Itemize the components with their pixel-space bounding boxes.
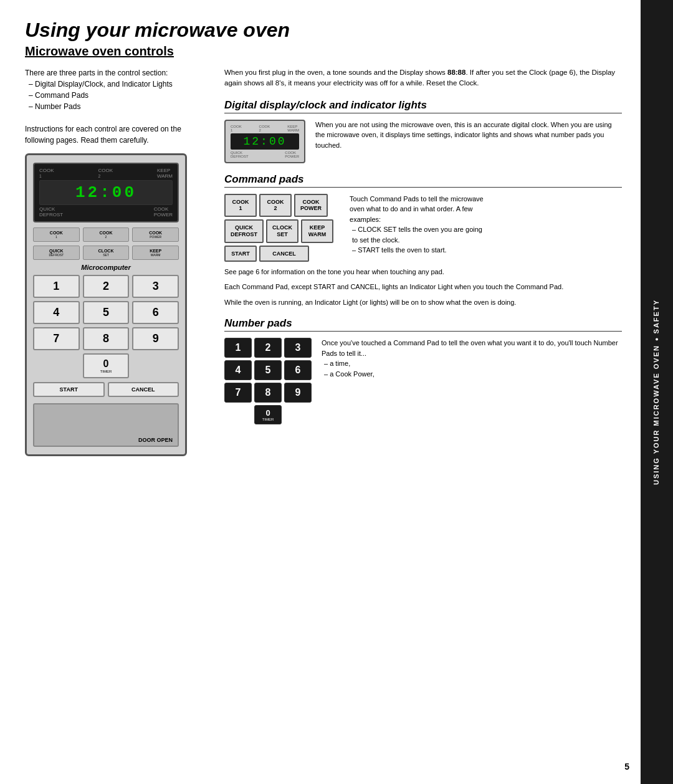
- cmd-grid: COOK1 COOK2 COOKPOWER QUICKDEFROST CLOCK…: [224, 194, 333, 262]
- cmd-btn-quickdefrost[interactable]: QUICKDEFROST: [224, 219, 264, 243]
- cmd-cancel-btn[interactable]: CANCEL: [259, 246, 309, 262]
- small-label-cookpower: COOKPOWER: [285, 151, 299, 158]
- np-btn-9[interactable]: 9: [284, 383, 312, 403]
- panel-btn-cook1[interactable]: COOK1: [33, 227, 80, 242]
- num-pad-item-1: a time,: [324, 358, 622, 369]
- panel-btn-cookpower[interactable]: COOKPOWER: [132, 227, 179, 242]
- start-cancel-row: START CANCEL: [224, 246, 333, 262]
- display-label-cook1: COOK1: [39, 168, 54, 179]
- panel-num-5[interactable]: 5: [83, 301, 130, 324]
- panel-btn-cook2[interactable]: COOK2: [83, 227, 130, 242]
- small-label-keepwarm: KEEPWARM: [287, 125, 299, 132]
- panel-cmd-row-1: COOK1 COOK2 COOKPOWER: [33, 227, 179, 242]
- panel-numpad: 1 2 3 4 5 6 7 8 9 0TIMER: [33, 275, 179, 378]
- sidebar-label-using: USING YOUR MICROWAVE OVEN: [652, 345, 661, 485]
- cmd-description: Touch Command Pads to tell the microwave…: [350, 194, 487, 256]
- small-display-bottom: QUICKDEFROST COOKPOWER: [231, 151, 299, 158]
- microwave-panel: COOK1 COOK2 KEEPWARM 12:00 QUICKDEFROST …: [25, 153, 187, 456]
- intro-paragraph: There are three parts in the control sec…: [25, 67, 212, 79]
- sidebar-label-safety: SAFETY: [652, 299, 661, 333]
- right-intro-part1: When you first plug in the oven, a tone …: [224, 69, 447, 76]
- right-intro-bold: 88:88: [447, 69, 465, 76]
- np-btn-2[interactable]: 2: [254, 338, 282, 358]
- num-pad-desc-text: Once you've touched a Command Pad to tel…: [322, 338, 622, 358]
- panel-cmd-row-2: QUICKDEFROST CLOCKSET KEEPWARM: [33, 246, 179, 260]
- panel-btn-quickdefrost[interactable]: QUICKDEFROST: [33, 246, 80, 260]
- right-column: When you first plug in the oven, a tone …: [224, 67, 622, 456]
- np-btn-7[interactable]: 7: [224, 383, 252, 403]
- np-btn-6[interactable]: 6: [284, 360, 312, 380]
- small-label-cook2: COOK2: [259, 125, 270, 132]
- panel-title: Microcomputer: [33, 264, 179, 271]
- panel-display: COOK1 COOK2 KEEPWARM 12:00 QUICKDEFROST …: [33, 163, 179, 222]
- intro-text: There are three parts in the control sec…: [25, 67, 212, 146]
- num-pad-grid: 1 2 3 4 5 6 7 8 9 0TIMER: [224, 338, 312, 424]
- panel-num-6[interactable]: 6: [132, 301, 179, 324]
- command-pads-heading: Command pads: [224, 173, 622, 188]
- panel-num-1[interactable]: 1: [33, 275, 80, 298]
- panel-btn-clockset[interactable]: CLOCKSET: [83, 246, 130, 260]
- cmd-start-btn[interactable]: START: [224, 246, 257, 262]
- num-pad-items: a time, a Cook Power,: [322, 358, 622, 379]
- panel-num-9[interactable]: 9: [132, 327, 179, 350]
- cmd-desc-text: Touch Command Pads to tell the microwave…: [350, 194, 487, 225]
- door-open-area: DOOR OPEN: [33, 403, 179, 447]
- panel-display-bottom: QUICKDEFROST COOKPOWER: [39, 206, 173, 218]
- np-btn-8[interactable]: 8: [254, 383, 282, 403]
- np-timer-label: TIMER: [255, 418, 281, 421]
- digital-display-description: When you are not using the microwave ove…: [315, 120, 622, 151]
- intro-note: Instructions for each control are covere…: [25, 123, 212, 146]
- panel-cancel-btn[interactable]: CANCEL: [108, 382, 179, 397]
- intro-list: Digital Display/Clock, and Indicator Lig…: [25, 79, 212, 112]
- np-btn-4[interactable]: 4: [224, 360, 252, 380]
- np-btn-0[interactable]: 0TIMER: [254, 405, 282, 424]
- cmd-btn-cookpower[interactable]: COOKPOWER: [294, 194, 328, 218]
- panel-num-0[interactable]: 0TIMER: [83, 353, 130, 378]
- panel-display-top: COOK1 COOK2 KEEPWARM: [39, 168, 173, 179]
- panel-num-7[interactable]: 7: [33, 327, 80, 350]
- display-label-cook2: COOK2: [98, 168, 113, 179]
- small-display-container: COOK1 COOK2 KEEPWARM 12:00 QUICKDEFROST …: [224, 120, 622, 163]
- two-column-layout: There are three parts in the control sec…: [25, 67, 622, 456]
- panel-start-cancel: START CANCEL: [33, 382, 179, 397]
- cmd-btn-keepwarm[interactable]: KEEPWARM: [301, 219, 333, 243]
- cmd-row-1: COOK1 COOK2 COOKPOWER: [224, 194, 333, 218]
- cmd-btn-cook2[interactable]: COOK2: [259, 194, 292, 218]
- number-pads-heading: Number pads: [224, 317, 622, 332]
- small-screen: 12:00: [231, 133, 299, 150]
- panel-start-btn[interactable]: START: [33, 382, 105, 397]
- intro-item-1: Digital Display/Clock, and Indicator Lig…: [29, 79, 212, 90]
- section-subtitle: Microwave oven controls: [25, 44, 622, 59]
- panel-num-3[interactable]: 3: [132, 275, 179, 298]
- page-title: Using your microwave oven: [25, 19, 622, 42]
- cmd-btn-cook1[interactable]: COOK1: [224, 194, 257, 218]
- np-btn-3[interactable]: 3: [284, 338, 312, 358]
- cmd-example-2: START tells the oven to start.: [352, 245, 487, 256]
- np-btn-1[interactable]: 1: [224, 338, 252, 358]
- small-label-cook1: COOK1: [231, 125, 242, 132]
- number-pads-section: Number pads 1 2 3 4 5 6 7 8 9 0TIMER: [224, 317, 622, 424]
- small-microwave-display: COOK1 COOK2 KEEPWARM 12:00 QUICKDEFROST …: [224, 120, 305, 163]
- display-label-keepwarm: KEEPWARM: [157, 168, 173, 179]
- np-btn-5[interactable]: 5: [254, 360, 282, 380]
- sidebar-dot: •: [652, 338, 662, 341]
- page-number: 5: [624, 762, 629, 772]
- intro-item-3: Number Pads: [29, 101, 212, 112]
- panel-num-4[interactable]: 4: [33, 301, 80, 324]
- digital-display-heading: Digital display/clock and indicator ligh…: [224, 99, 622, 113]
- panel-num-8[interactable]: 8: [83, 327, 130, 350]
- panel-btn-keepwarm[interactable]: KEEPWARM: [132, 246, 179, 260]
- panel-num-2[interactable]: 2: [83, 275, 130, 298]
- right-intro-text: When you first plug in the oven, a tone …: [224, 67, 622, 89]
- num-pad-item-2: a Cook Power,: [324, 369, 622, 380]
- cmd-btn-clockset[interactable]: CLOCKSET: [266, 219, 298, 243]
- cmd-row-2: QUICKDEFROST CLOCKSET KEEPWARM: [224, 219, 333, 243]
- num-pad-description: Once you've touched a Command Pad to tel…: [322, 338, 622, 379]
- display-label-cookpower: COOKPOWER: [154, 206, 173, 218]
- intro-item-2: Command Pads: [29, 90, 212, 101]
- command-pads-section: Command pads COOK1 COOK2 COOKPOWER QUICK…: [224, 173, 622, 308]
- cmd-info-1: See page 6 for information on the tone y…: [224, 267, 622, 277]
- small-label-quickdefrost: QUICKDEFROST: [231, 151, 249, 158]
- small-display-top: COOK1 COOK2 KEEPWARM: [231, 125, 299, 132]
- main-content: Using your microwave oven Microwave oven…: [0, 0, 641, 475]
